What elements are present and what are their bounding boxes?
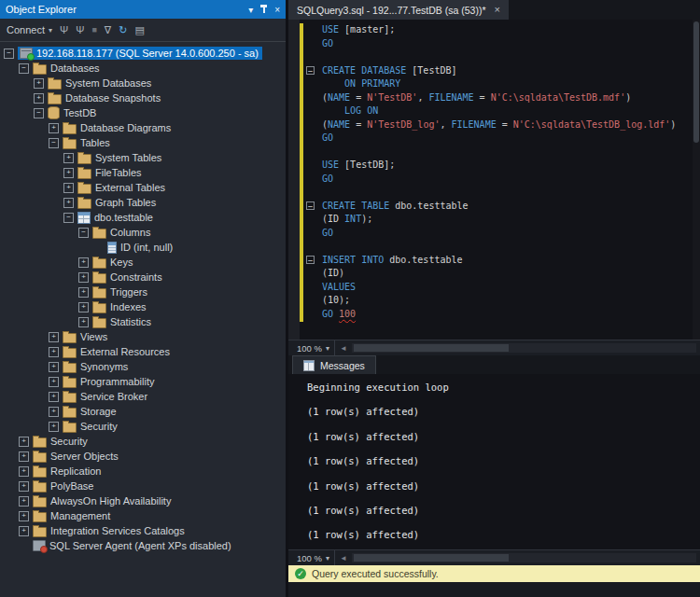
expand-icon[interactable]: + — [78, 317, 89, 327]
tree-item[interactable]: +Indexes — [0, 299, 286, 314]
scroll-left-icon[interactable]: ◄ — [340, 344, 347, 353]
tree-item[interactable]: +PolyBase — [0, 479, 286, 493]
fold-collapse-icon[interactable]: − — [306, 66, 315, 75]
chevron-down-icon: ▾ — [326, 344, 329, 353]
tree-item-label: Integration Services Catalogs — [50, 525, 185, 536]
expand-icon[interactable]: + — [34, 78, 44, 89]
object-explorer-titlebar[interactable]: Object Explorer ▾ × — [0, 0, 286, 19]
fold-collapse-icon[interactable]: − — [306, 201, 315, 210]
tree-item[interactable]: +Server Objects — [0, 449, 286, 464]
tree-item[interactable]: +Synonyms — [0, 359, 286, 374]
expand-icon[interactable]: + — [78, 302, 89, 312]
expand-icon[interactable]: + — [19, 481, 29, 492]
expand-icon[interactable]: + — [49, 407, 59, 417]
refresh-icon[interactable]: ↻ — [119, 25, 127, 35]
messages-zoom-control[interactable]: 100 % ▾ — [292, 550, 335, 565]
collapse-icon[interactable]: − — [63, 213, 74, 223]
pin-icon[interactable] — [259, 4, 268, 15]
expand-icon[interactable]: + — [63, 168, 74, 178]
messages-tab[interactable]: Messages — [292, 355, 376, 374]
query-tab[interactable]: SQLQuery3.sql - 192...77.TestDB (sa (53)… — [288, 0, 509, 20]
tree-item[interactable]: −Columns — [0, 225, 286, 240]
tree-item[interactable]: −TestDB — [0, 105, 286, 120]
expand-icon[interactable]: + — [78, 272, 89, 283]
tree-item[interactable]: +Graph Tables — [0, 195, 286, 210]
tree-item[interactable]: −Tables — [0, 135, 286, 150]
expand-icon[interactable]: + — [49, 392, 59, 402]
connect-button[interactable]: Connect ▾ — [7, 24, 52, 35]
expand-icon[interactable]: + — [78, 257, 89, 268]
fold-collapse-icon[interactable]: − — [306, 256, 315, 264]
close-icon[interactable]: × — [274, 5, 280, 15]
tree-item[interactable]: +Storage — [0, 404, 286, 419]
chevron-down-icon: ▾ — [326, 554, 329, 562]
expand-icon[interactable]: + — [49, 377, 59, 387]
disconnect-plug-icon[interactable]: Ψ — [76, 25, 84, 35]
tree-item[interactable]: +Replication — [0, 464, 286, 479]
tree-item[interactable]: +SQL Server Agent (Agent XPs disabled) — [0, 538, 286, 553]
scrollbar-thumb[interactable] — [354, 344, 509, 352]
expand-icon[interactable]: + — [19, 511, 29, 521]
messages-horizontal-scrollbar[interactable] — [352, 553, 696, 562]
collapse-icon[interactable]: − — [49, 138, 59, 148]
expand-icon[interactable]: + — [49, 123, 59, 133]
code-token: ); — [361, 214, 372, 224]
tree-item[interactable]: +Statistics — [0, 314, 286, 329]
tree-item[interactable]: +System Databases — [0, 76, 286, 90]
tree-item[interactable]: +Keys — [0, 255, 286, 270]
collapse-icon[interactable]: − — [34, 108, 44, 118]
tree-item[interactable]: +Database Diagrams — [0, 120, 286, 135]
tab-close-icon[interactable]: × — [495, 5, 500, 15]
tree-item[interactable]: +External Tables — [0, 180, 286, 195]
tree-item[interactable]: +Database Snapshots — [0, 90, 286, 105]
scroll-left-icon[interactable]: ◄ — [340, 554, 347, 562]
expand-icon[interactable]: + — [63, 153, 74, 163]
expand-icon[interactable]: + — [19, 466, 29, 477]
tree-item[interactable]: +ID (int, null) — [0, 240, 286, 255]
tree-item[interactable]: +Security — [0, 434, 286, 449]
expand-icon[interactable]: + — [19, 496, 29, 507]
tree-item[interactable]: −dbo.testtable — [0, 210, 286, 225]
tree-item[interactable]: +Service Broker — [0, 389, 286, 404]
tree-item[interactable]: +Integration Services Catalogs — [0, 523, 286, 538]
editor-horizontal-scrollbar[interactable] — [352, 343, 696, 353]
collapse-icon[interactable]: − — [4, 49, 14, 59]
collapse-icon[interactable]: − — [19, 63, 29, 74]
scrollbar-thumb[interactable] — [693, 21, 699, 143]
connect-plug-icon[interactable]: Ψ — [60, 25, 68, 35]
tree-item[interactable]: +Views — [0, 329, 286, 344]
expand-icon[interactable]: + — [63, 183, 74, 193]
expand-icon[interactable]: + — [49, 362, 59, 372]
code-token: 100 — [339, 309, 356, 319]
tree-item[interactable]: +Management — [0, 508, 286, 523]
scrollbar-thumb[interactable] — [354, 554, 509, 562]
stop-icon[interactable]: ■ — [91, 26, 96, 35]
tree-item[interactable]: +External Resources — [0, 344, 286, 359]
filter-icon[interactable]: ∇ — [105, 25, 111, 35]
tree-item[interactable]: +Constraints — [0, 270, 286, 285]
tree-item-label: ID (int, null) — [120, 242, 173, 253]
tree-item[interactable]: +Programmability — [0, 374, 286, 389]
tree-item[interactable]: +Security — [0, 419, 286, 434]
tree-item[interactable]: −Databases — [0, 61, 286, 76]
code-editor[interactable]: USE [master];GO−CREATE DATABASE [TestDB]… — [288, 20, 700, 340]
editor-vertical-scrollbar[interactable] — [693, 20, 700, 340]
tree-item[interactable]: +Triggers — [0, 285, 286, 299]
expand-icon[interactable]: + — [19, 437, 29, 447]
expand-icon[interactable]: + — [49, 422, 59, 432]
tree-item[interactable]: +FileTables — [0, 165, 286, 180]
editor-zoom-control[interactable]: 100 % ▾ — [292, 340, 335, 355]
window-position-icon[interactable]: ▾ — [248, 5, 253, 15]
expand-icon[interactable]: + — [19, 526, 29, 536]
expand-icon[interactable]: + — [19, 451, 29, 462]
tree-item[interactable]: +AlwaysOn High Availability — [0, 493, 286, 508]
collapse-icon[interactable]: − — [78, 228, 89, 238]
expand-icon[interactable]: + — [34, 93, 44, 104]
expand-icon[interactable]: + — [63, 198, 74, 208]
expand-icon[interactable]: + — [49, 347, 59, 357]
tree-item[interactable]: −192.168.118.177 (SQL Server 14.0.600.25… — [0, 46, 286, 61]
tree-item[interactable]: +System Tables — [0, 150, 286, 165]
script-icon[interactable]: ▤ — [134, 25, 144, 35]
expand-icon[interactable]: + — [78, 287, 89, 298]
expand-icon[interactable]: + — [49, 332, 59, 342]
